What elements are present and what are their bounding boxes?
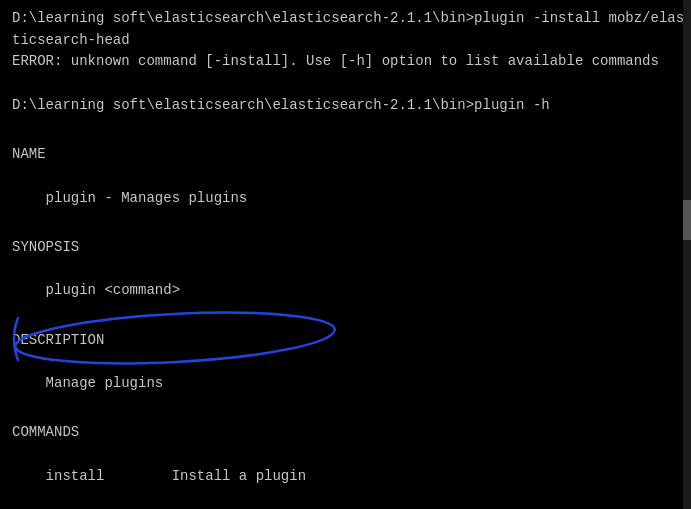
line-blank9: [12, 444, 668, 466]
line-blank5: [12, 259, 668, 281]
scrollbar-thumb[interactable]: [683, 200, 691, 240]
line-name-desc: plugin - Manages plugins: [12, 188, 668, 210]
line-blank1: [12, 73, 668, 95]
line-desc-header: DESCRIPTION: [12, 330, 668, 352]
line-commands-header: COMMANDS: [12, 422, 668, 444]
line-install-cmd: install Install a plugin: [12, 466, 668, 488]
line-cmd1: D:\learning soft\elasticsearch\elasticse…: [12, 8, 668, 30]
terminal-window: D:\learning soft\elasticsearch\elasticse…: [0, 0, 680, 509]
line-blank10: [12, 487, 668, 509]
line-error: ERROR: unknown command [-install]. Use […: [12, 51, 668, 73]
line-blank6: [12, 302, 668, 324]
line-blank8: [12, 395, 668, 417]
line-blank4: [12, 209, 668, 231]
line-blank2: [12, 116, 668, 138]
line-blank3: [12, 166, 668, 188]
line-desc-text: Manage plugins: [12, 373, 668, 395]
line-synopsis-desc: plugin <command>: [12, 280, 668, 302]
line-cmd2: D:\learning soft\elasticsearch\elasticse…: [12, 95, 668, 117]
line-name-header: NAME: [12, 144, 668, 166]
line-cmd1b: ticsearch-head: [12, 30, 668, 52]
line-blank7: [12, 351, 668, 373]
scrollbar[interactable]: [683, 0, 691, 509]
line-synopsis-header: SYNOPSIS: [12, 237, 668, 259]
